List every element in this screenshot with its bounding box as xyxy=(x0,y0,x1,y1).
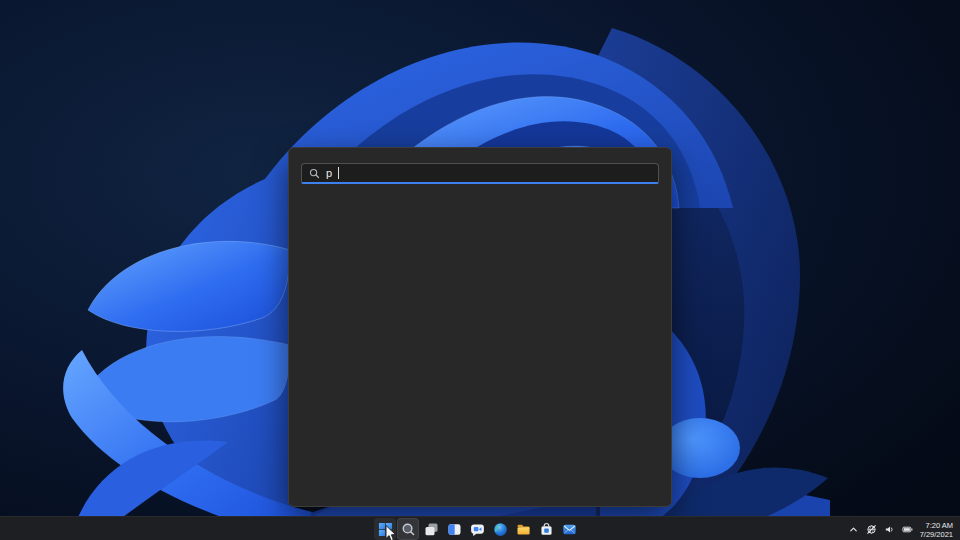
widgets-button[interactable] xyxy=(443,518,465,540)
battery-button[interactable] xyxy=(899,519,916,539)
folder-icon xyxy=(516,522,531,537)
task-view-icon xyxy=(424,522,439,537)
store-bag-icon xyxy=(539,522,554,537)
volume-button[interactable] xyxy=(881,519,898,539)
windows-logo-icon xyxy=(378,522,393,537)
search-query-text: p xyxy=(326,168,332,179)
taskbar-center-buttons xyxy=(374,518,580,540)
network-status-icon xyxy=(866,524,877,535)
taskbar: 7:20 AM 7/29/2021 xyxy=(0,516,960,540)
edge-browser-icon xyxy=(493,522,508,537)
search-button[interactable] xyxy=(397,518,419,540)
start-button[interactable] xyxy=(374,518,396,540)
volume-icon xyxy=(884,524,895,535)
search-results-empty xyxy=(289,192,671,506)
network-status-button[interactable] xyxy=(863,519,880,539)
chat-icon xyxy=(470,522,485,537)
file-explorer-button[interactable] xyxy=(512,518,534,540)
taskbar-clock[interactable]: 7:20 AM 7/29/2021 xyxy=(917,520,957,539)
mail-envelope-icon xyxy=(562,522,577,537)
widgets-icon xyxy=(447,522,462,537)
hidden-icons-button[interactable] xyxy=(845,519,862,539)
task-view-button[interactable] xyxy=(420,518,442,540)
tray-date: 7/29/2021 xyxy=(920,530,953,539)
store-button[interactable] xyxy=(535,518,557,540)
tray-time: 7:20 AM xyxy=(920,521,953,530)
chat-button[interactable] xyxy=(466,518,488,540)
search-input[interactable]: p xyxy=(301,163,659,184)
search-panel: p xyxy=(288,147,672,507)
desktop: p xyxy=(0,0,960,540)
battery-icon xyxy=(902,524,913,535)
system-tray: 7:20 AM 7/29/2021 xyxy=(845,518,957,540)
mail-button[interactable] xyxy=(558,518,580,540)
search-magnifier-icon xyxy=(401,522,416,537)
search-icon xyxy=(309,168,320,179)
edge-button[interactable] xyxy=(489,518,511,540)
text-caret xyxy=(338,167,339,179)
chevron-up-icon xyxy=(848,524,859,535)
